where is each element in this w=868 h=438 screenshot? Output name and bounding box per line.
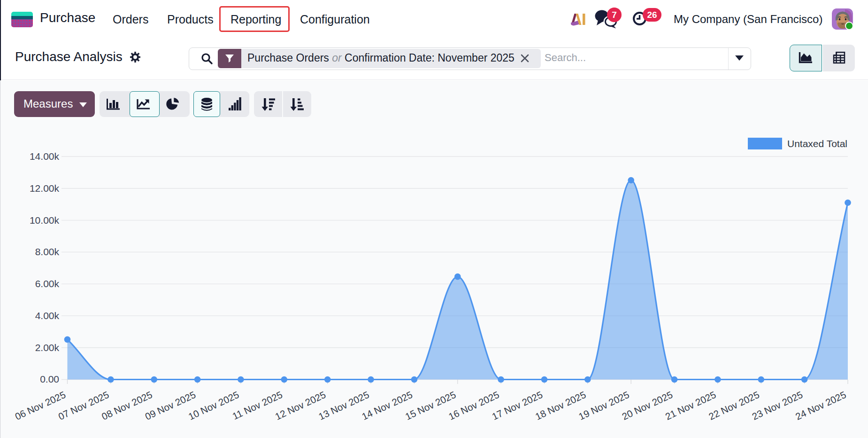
svg-text:10.00k: 10.00k bbox=[30, 215, 60, 226]
svg-text:4.00k: 4.00k bbox=[35, 310, 60, 321]
svg-text:0.00: 0.00 bbox=[40, 374, 59, 384]
svg-text:8.00k: 8.00k bbox=[35, 246, 60, 257]
svg-text:14.00k: 14.00k bbox=[30, 151, 60, 162]
svg-text:2.00k: 2.00k bbox=[35, 342, 60, 353]
svg-text:6.00k: 6.00k bbox=[35, 278, 60, 289]
svg-text:Untaxed Total: Untaxed Total bbox=[787, 138, 847, 149]
svg-text:12.00k: 12.00k bbox=[30, 183, 60, 194]
